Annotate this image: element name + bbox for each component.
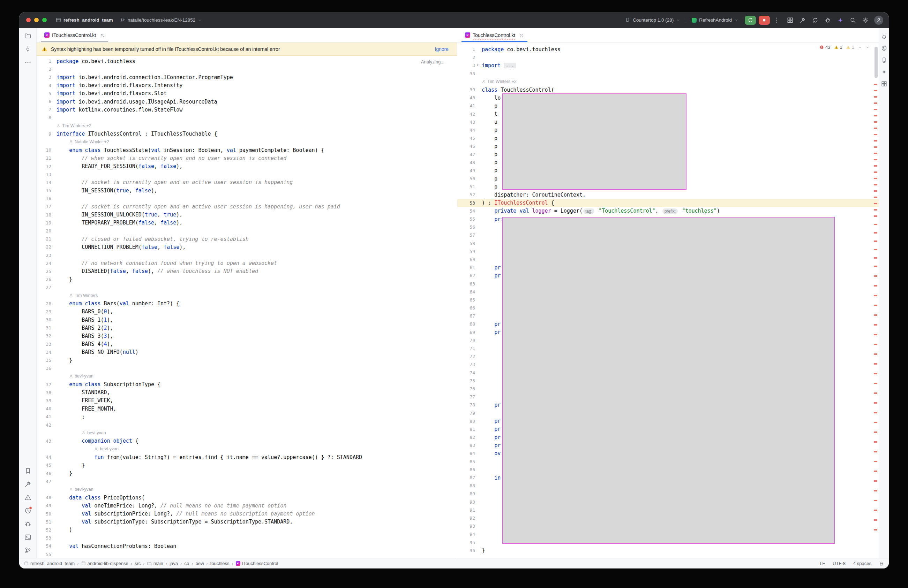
code-line: 11 // when socket is currently open and … — [37, 154, 457, 162]
scrollbar-thumb[interactable] — [874, 47, 877, 78]
inspections-widget[interactable]: 43 1 1 — [819, 45, 869, 50]
tool-bookmarks-button[interactable] — [23, 465, 34, 477]
ignore-link[interactable]: Ignore — [435, 47, 449, 52]
code-line: 51 val subscriptionType: SubscriptionTyp… — [37, 518, 457, 526]
tool-more-button[interactable] — [23, 57, 34, 68]
encoding-widget[interactable]: UTF-8 — [833, 561, 845, 566]
build-icon[interactable] — [800, 17, 806, 23]
minimize-window-button[interactable] — [34, 18, 39, 22]
error-stripe-mark — [874, 373, 877, 374]
tool-problems-button[interactable] — [23, 492, 34, 503]
search-icon[interactable] — [850, 17, 856, 23]
author-inlay-hint[interactable]: Tim Winters +2 — [56, 124, 92, 128]
error-icon — [819, 45, 824, 50]
line-number: 33 — [37, 342, 56, 347]
debug-icon[interactable] — [824, 17, 831, 23]
line-number: 77 — [457, 394, 482, 399]
author-inlay-hint[interactable]: bevi-yvan — [94, 447, 119, 451]
author-inlay-hint[interactable]: bevi-yvan — [82, 431, 106, 435]
layout-icon[interactable] — [787, 17, 793, 23]
device-selector[interactable]: Countertop 1.0 (28) — [621, 15, 684, 26]
indent-widget[interactable]: 4 spaces — [853, 561, 871, 566]
error-stripe-mark — [874, 159, 877, 160]
breadcrumb-item[interactable]: bevi — [195, 561, 204, 566]
tool-folder-button[interactable] — [23, 31, 34, 42]
error-stripe-mark — [874, 402, 877, 403]
code-line: 27 — [37, 283, 457, 291]
code-line: 21 // closed or failed websocket, trying… — [37, 235, 457, 243]
close-window-button[interactable] — [26, 18, 31, 22]
tool-profiler-button[interactable] — [23, 505, 34, 516]
line-number: 39 — [457, 87, 482, 92]
breadcrumb-item[interactable]: touchless — [210, 561, 230, 566]
error-count[interactable]: 43 — [819, 45, 830, 50]
tool-gradle-button[interactable] — [880, 43, 888, 53]
person-icon — [69, 140, 73, 144]
tool-build-button[interactable] — [23, 479, 34, 490]
line-number: 89 — [457, 491, 482, 496]
run-configuration-selector[interactable]: RefreshAndroid — [688, 15, 742, 26]
code-line: 43 companion object { — [37, 437, 457, 445]
tab-itouchlesscontrol[interactable]: K ITouchlessControl.kt — [41, 28, 108, 42]
bookmarks-icon — [24, 468, 31, 474]
breadcrumb-item[interactable]: main — [147, 561, 163, 566]
tab-touchlesscontrol[interactable]: K TouchlessControl.kt — [462, 28, 527, 42]
device-icon — [625, 18, 630, 22]
code-line: 53 — [37, 534, 457, 542]
breadcrumb-item[interactable]: java — [169, 561, 178, 566]
chevron-down-icon — [676, 18, 680, 22]
code-line: 54 private val logger = Logger(tag: "Tou… — [457, 207, 879, 215]
breadcrumb-item[interactable]: src — [135, 561, 140, 566]
error-stripe-mark — [874, 392, 877, 394]
tool-layout-button[interactable] — [880, 79, 888, 88]
branch-widget[interactable]: natalie/touchless-leak/EN-12852 — [116, 15, 206, 26]
tool-commit-button[interactable] — [23, 43, 34, 55]
line-number: 12 — [37, 164, 56, 169]
author-inlay-hint[interactable]: Tim Winters — [69, 293, 98, 298]
author-inlay-hint[interactable]: Natalie Waxler +2 — [69, 140, 109, 144]
left-editor[interactable]: 1package co.bevi.touchless23import io.be… — [37, 56, 457, 558]
next-problem-icon[interactable] — [865, 45, 869, 50]
ai-icon[interactable] — [837, 17, 844, 23]
tool-debug-button[interactable] — [23, 518, 34, 529]
breadcrumb-item[interactable]: co — [184, 561, 189, 566]
breadcrumb-item[interactable]: refresh_android_team — [24, 561, 75, 566]
right-editor[interactable]: 1package co.bevi.touchless23›import ...3… — [457, 43, 879, 558]
project-icon — [56, 18, 61, 22]
tool-notifications-button[interactable] — [880, 31, 888, 41]
line-separator-widget[interactable]: LF — [820, 561, 825, 566]
avatar[interactable] — [874, 16, 883, 25]
author-inlay-hint[interactable]: bevi-yvan — [69, 487, 93, 492]
close-tab-icon[interactable] — [100, 33, 105, 38]
more-actions-icon[interactable]: ⋮ — [773, 16, 779, 24]
sync-icon[interactable] — [812, 17, 818, 23]
tool-terminal-button[interactable] — [23, 532, 34, 543]
settings-icon[interactable] — [862, 17, 869, 23]
breadcrumb-item[interactable]: android-lib-dispense — [81, 561, 128, 566]
author-inlay-hint[interactable]: bevi-yvan — [69, 374, 93, 379]
stop-button[interactable] — [759, 16, 770, 25]
rerun-button[interactable] — [745, 16, 756, 25]
previous-problem-icon[interactable] — [858, 45, 862, 50]
tool-vcs-button[interactable] — [23, 545, 34, 556]
line-number: 5 — [37, 91, 56, 96]
zoom-window-button[interactable] — [42, 18, 47, 22]
line-number: 35 — [37, 358, 56, 363]
tool-device-button[interactable] — [880, 55, 888, 65]
line-number: 80 — [457, 419, 482, 424]
tool-ai-button[interactable] — [880, 67, 888, 77]
error-stripe-mark — [874, 232, 877, 233]
project-widget[interactable]: refresh_android_team — [52, 15, 116, 26]
kotlin-file-icon: K — [44, 32, 50, 38]
author-inlay-hint[interactable]: Tim Winters +2 — [482, 79, 517, 84]
kotlin-file-icon: K — [236, 561, 240, 566]
code-line: 36 — [37, 364, 457, 372]
weak-warning-count[interactable]: 1 — [846, 45, 854, 50]
window-controls — [26, 18, 47, 22]
error-stripe-mark — [874, 490, 877, 492]
breadcrumb-item[interactable]: KITouchlessControl — [236, 561, 278, 566]
close-tab-icon[interactable] — [519, 33, 524, 38]
warning-count[interactable]: 1 — [834, 45, 842, 50]
fold-marker-icon[interactable]: › — [476, 62, 479, 68]
lock-icon[interactable] — [879, 561, 884, 566]
